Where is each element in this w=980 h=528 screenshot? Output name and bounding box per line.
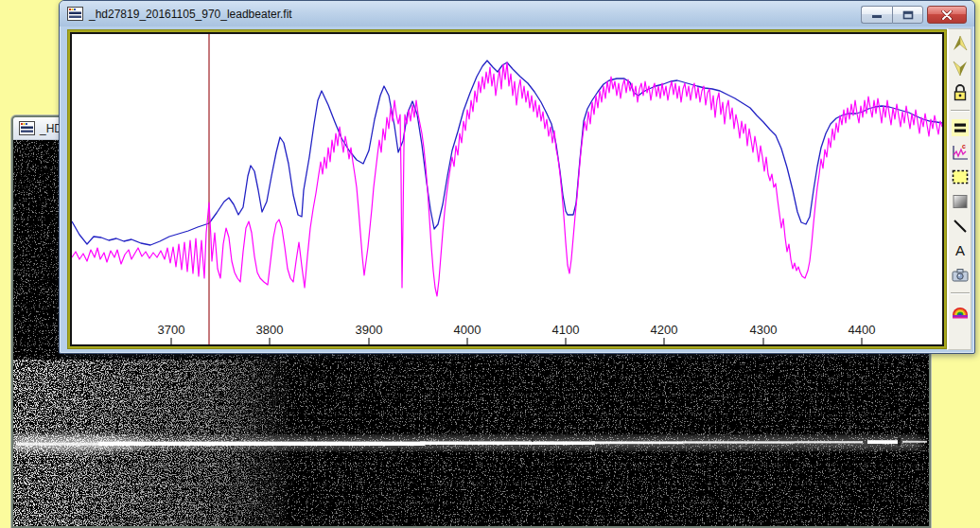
draw-line-button[interactable] bbox=[950, 216, 971, 237]
x-tick-label: 3900 bbox=[356, 323, 383, 337]
plot-frame: 37003800390040004100420043004400 bbox=[67, 29, 947, 349]
arrow-up-icon bbox=[951, 34, 970, 53]
series-smoothed-reference-spectrum bbox=[72, 61, 942, 245]
scroll-up-button[interactable] bbox=[950, 33, 971, 54]
plot-window[interactable]: _hd27819_20161105_970_leadbeater.fit bbox=[59, 0, 975, 354]
restore-button[interactable] bbox=[892, 6, 923, 24]
dashed-selection-icon bbox=[951, 167, 970, 186]
toolbar-separator bbox=[951, 292, 970, 294]
close-button[interactable] bbox=[927, 6, 967, 24]
arrow-down-icon bbox=[951, 59, 970, 78]
profile-button[interactable]: c bbox=[950, 142, 971, 163]
svg-text:c: c bbox=[962, 143, 966, 150]
restore-icon bbox=[902, 10, 914, 20]
text-button[interactable]: A bbox=[950, 240, 971, 261]
x-tick-label: 4400 bbox=[849, 323, 876, 337]
minimize-icon bbox=[871, 10, 883, 19]
selection-button[interactable] bbox=[950, 167, 971, 187]
snapshot-button[interactable] bbox=[950, 265, 971, 286]
window-controls bbox=[861, 6, 967, 24]
x-tick-label: 4000 bbox=[454, 323, 481, 337]
equalize-button[interactable] bbox=[950, 117, 971, 138]
toolbar: c bbox=[947, 28, 971, 350]
letter-a-icon: A bbox=[951, 241, 970, 260]
toolbar-separator bbox=[951, 110, 970, 112]
diagonal-line-icon bbox=[951, 217, 970, 236]
plot-window-titlebar[interactable]: _hd27819_20161105_970_leadbeater.fit bbox=[60, 1, 974, 26]
desktop: _HD2 bbox=[0, 0, 980, 528]
equals-icon bbox=[951, 118, 970, 137]
open-padlock-icon bbox=[951, 83, 970, 102]
x-tick-label: 3700 bbox=[158, 323, 185, 337]
x-tick-label: 4100 bbox=[552, 323, 580, 337]
scroll-down-button[interactable] bbox=[950, 58, 971, 79]
calibrated-profile-icon: c bbox=[951, 143, 970, 162]
lock-button[interactable] bbox=[950, 82, 971, 103]
close-icon bbox=[940, 10, 954, 20]
app-document-icon bbox=[67, 7, 83, 21]
plot-window-title: _hd27819_20161105_970_leadbeater.fit bbox=[89, 8, 292, 21]
rainbow-icon bbox=[951, 301, 970, 320]
minimize-button[interactable] bbox=[861, 6, 892, 24]
svg-text:A: A bbox=[954, 242, 964, 258]
camera-icon bbox=[951, 266, 970, 285]
x-tick-label: 3800 bbox=[256, 323, 284, 337]
app-document-icon bbox=[19, 121, 35, 135]
gradient-icon bbox=[951, 192, 970, 211]
plot-content: 37003800390040004100420043004400 bbox=[60, 26, 974, 355]
series-observed-spectrum bbox=[72, 62, 942, 296]
palette-button[interactable] bbox=[950, 300, 971, 321]
x-tick-label: 4300 bbox=[750, 323, 778, 337]
spectrum-plot[interactable]: 37003800390040004100420043004400 bbox=[72, 34, 942, 344]
x-tick-label: 4200 bbox=[651, 323, 678, 337]
gradient-button[interactable] bbox=[950, 191, 971, 212]
